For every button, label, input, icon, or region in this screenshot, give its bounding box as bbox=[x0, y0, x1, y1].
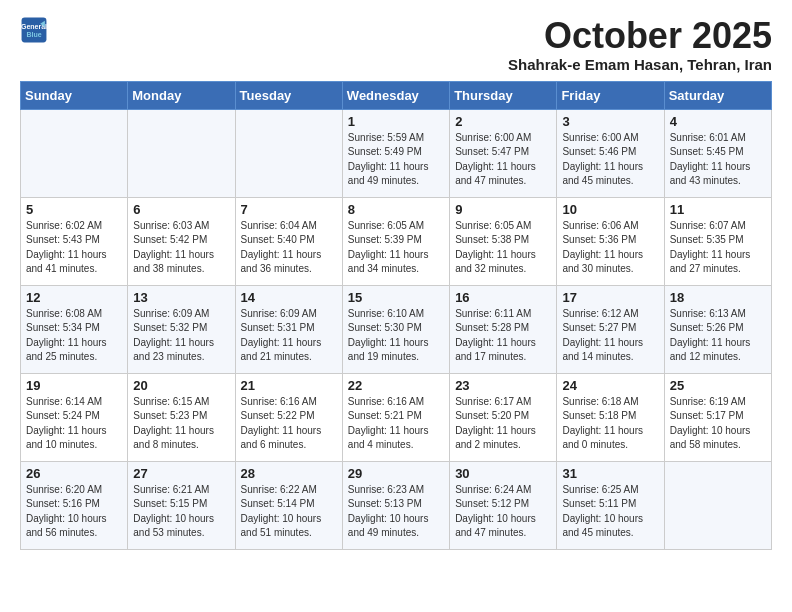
calendar-cell: 30Sunrise: 6:24 AM Sunset: 5:12 PM Dayli… bbox=[450, 461, 557, 549]
day-info: Sunrise: 6:19 AM Sunset: 5:17 PM Dayligh… bbox=[670, 395, 766, 453]
day-info: Sunrise: 6:24 AM Sunset: 5:12 PM Dayligh… bbox=[455, 483, 551, 541]
day-number: 20 bbox=[133, 378, 229, 393]
calendar-cell: 13Sunrise: 6:09 AM Sunset: 5:32 PM Dayli… bbox=[128, 285, 235, 373]
day-info: Sunrise: 6:05 AM Sunset: 5:38 PM Dayligh… bbox=[455, 219, 551, 277]
day-number: 1 bbox=[348, 114, 444, 129]
week-row-5: 26Sunrise: 6:20 AM Sunset: 5:16 PM Dayli… bbox=[21, 461, 772, 549]
svg-text:Blue: Blue bbox=[26, 31, 41, 38]
day-number: 4 bbox=[670, 114, 766, 129]
weekday-header-monday: Monday bbox=[128, 81, 235, 109]
calendar-cell: 28Sunrise: 6:22 AM Sunset: 5:14 PM Dayli… bbox=[235, 461, 342, 549]
day-number: 16 bbox=[455, 290, 551, 305]
day-info: Sunrise: 6:20 AM Sunset: 5:16 PM Dayligh… bbox=[26, 483, 122, 541]
day-number: 22 bbox=[348, 378, 444, 393]
day-number: 25 bbox=[670, 378, 766, 393]
week-row-4: 19Sunrise: 6:14 AM Sunset: 5:24 PM Dayli… bbox=[21, 373, 772, 461]
day-info: Sunrise: 6:18 AM Sunset: 5:18 PM Dayligh… bbox=[562, 395, 658, 453]
calendar-cell: 22Sunrise: 6:16 AM Sunset: 5:21 PM Dayli… bbox=[342, 373, 449, 461]
day-info: Sunrise: 6:07 AM Sunset: 5:35 PM Dayligh… bbox=[670, 219, 766, 277]
day-number: 15 bbox=[348, 290, 444, 305]
day-info: Sunrise: 6:12 AM Sunset: 5:27 PM Dayligh… bbox=[562, 307, 658, 365]
day-info: Sunrise: 6:11 AM Sunset: 5:28 PM Dayligh… bbox=[455, 307, 551, 365]
day-number: 14 bbox=[241, 290, 337, 305]
title-block: October 2025 Shahrak-e Emam Hasan, Tehra… bbox=[508, 16, 772, 73]
day-number: 19 bbox=[26, 378, 122, 393]
day-info: Sunrise: 6:09 AM Sunset: 5:31 PM Dayligh… bbox=[241, 307, 337, 365]
day-info: Sunrise: 6:01 AM Sunset: 5:45 PM Dayligh… bbox=[670, 131, 766, 189]
day-number: 9 bbox=[455, 202, 551, 217]
day-number: 24 bbox=[562, 378, 658, 393]
day-number: 13 bbox=[133, 290, 229, 305]
calendar-cell: 7Sunrise: 6:04 AM Sunset: 5:40 PM Daylig… bbox=[235, 197, 342, 285]
day-info: Sunrise: 6:04 AM Sunset: 5:40 PM Dayligh… bbox=[241, 219, 337, 277]
day-number: 12 bbox=[26, 290, 122, 305]
calendar-cell: 31Sunrise: 6:25 AM Sunset: 5:11 PM Dayli… bbox=[557, 461, 664, 549]
calendar-cell: 5Sunrise: 6:02 AM Sunset: 5:43 PM Daylig… bbox=[21, 197, 128, 285]
calendar-cell: 26Sunrise: 6:20 AM Sunset: 5:16 PM Dayli… bbox=[21, 461, 128, 549]
weekday-header-thursday: Thursday bbox=[450, 81, 557, 109]
day-number: 31 bbox=[562, 466, 658, 481]
day-info: Sunrise: 6:17 AM Sunset: 5:20 PM Dayligh… bbox=[455, 395, 551, 453]
day-number: 29 bbox=[348, 466, 444, 481]
day-info: Sunrise: 6:16 AM Sunset: 5:21 PM Dayligh… bbox=[348, 395, 444, 453]
location: Shahrak-e Emam Hasan, Tehran, Iran bbox=[508, 56, 772, 73]
calendar-cell: 14Sunrise: 6:09 AM Sunset: 5:31 PM Dayli… bbox=[235, 285, 342, 373]
calendar-cell bbox=[235, 109, 342, 197]
weekday-header-tuesday: Tuesday bbox=[235, 81, 342, 109]
calendar-cell: 15Sunrise: 6:10 AM Sunset: 5:30 PM Dayli… bbox=[342, 285, 449, 373]
week-row-1: 1Sunrise: 5:59 AM Sunset: 5:49 PM Daylig… bbox=[21, 109, 772, 197]
calendar-cell: 4Sunrise: 6:01 AM Sunset: 5:45 PM Daylig… bbox=[664, 109, 771, 197]
day-number: 18 bbox=[670, 290, 766, 305]
day-number: 23 bbox=[455, 378, 551, 393]
calendar-cell: 25Sunrise: 6:19 AM Sunset: 5:17 PM Dayli… bbox=[664, 373, 771, 461]
calendar-cell: 18Sunrise: 6:13 AM Sunset: 5:26 PM Dayli… bbox=[664, 285, 771, 373]
calendar-cell: 2Sunrise: 6:00 AM Sunset: 5:47 PM Daylig… bbox=[450, 109, 557, 197]
week-row-3: 12Sunrise: 6:08 AM Sunset: 5:34 PM Dayli… bbox=[21, 285, 772, 373]
week-row-2: 5Sunrise: 6:02 AM Sunset: 5:43 PM Daylig… bbox=[21, 197, 772, 285]
day-info: Sunrise: 6:21 AM Sunset: 5:15 PM Dayligh… bbox=[133, 483, 229, 541]
calendar-cell bbox=[664, 461, 771, 549]
day-number: 6 bbox=[133, 202, 229, 217]
calendar-cell: 11Sunrise: 6:07 AM Sunset: 5:35 PM Dayli… bbox=[664, 197, 771, 285]
weekday-header-saturday: Saturday bbox=[664, 81, 771, 109]
calendar-cell: 1Sunrise: 5:59 AM Sunset: 5:49 PM Daylig… bbox=[342, 109, 449, 197]
calendar-table: SundayMondayTuesdayWednesdayThursdayFrid… bbox=[20, 81, 772, 550]
day-info: Sunrise: 6:05 AM Sunset: 5:39 PM Dayligh… bbox=[348, 219, 444, 277]
calendar-cell bbox=[21, 109, 128, 197]
day-info: Sunrise: 6:02 AM Sunset: 5:43 PM Dayligh… bbox=[26, 219, 122, 277]
calendar-cell: 29Sunrise: 6:23 AM Sunset: 5:13 PM Dayli… bbox=[342, 461, 449, 549]
calendar-cell: 20Sunrise: 6:15 AM Sunset: 5:23 PM Dayli… bbox=[128, 373, 235, 461]
day-number: 10 bbox=[562, 202, 658, 217]
day-number: 26 bbox=[26, 466, 122, 481]
day-info: Sunrise: 6:14 AM Sunset: 5:24 PM Dayligh… bbox=[26, 395, 122, 453]
day-number: 5 bbox=[26, 202, 122, 217]
day-info: Sunrise: 6:13 AM Sunset: 5:26 PM Dayligh… bbox=[670, 307, 766, 365]
weekday-header-sunday: Sunday bbox=[21, 81, 128, 109]
weekday-header-wednesday: Wednesday bbox=[342, 81, 449, 109]
calendar-cell: 27Sunrise: 6:21 AM Sunset: 5:15 PM Dayli… bbox=[128, 461, 235, 549]
day-info: Sunrise: 6:03 AM Sunset: 5:42 PM Dayligh… bbox=[133, 219, 229, 277]
calendar-cell bbox=[128, 109, 235, 197]
day-number: 8 bbox=[348, 202, 444, 217]
calendar-cell: 16Sunrise: 6:11 AM Sunset: 5:28 PM Dayli… bbox=[450, 285, 557, 373]
day-number: 11 bbox=[670, 202, 766, 217]
calendar-cell: 17Sunrise: 6:12 AM Sunset: 5:27 PM Dayli… bbox=[557, 285, 664, 373]
day-info: Sunrise: 6:00 AM Sunset: 5:46 PM Dayligh… bbox=[562, 131, 658, 189]
calendar-cell: 6Sunrise: 6:03 AM Sunset: 5:42 PM Daylig… bbox=[128, 197, 235, 285]
day-info: Sunrise: 6:16 AM Sunset: 5:22 PM Dayligh… bbox=[241, 395, 337, 453]
day-info: Sunrise: 6:15 AM Sunset: 5:23 PM Dayligh… bbox=[133, 395, 229, 453]
calendar-cell: 12Sunrise: 6:08 AM Sunset: 5:34 PM Dayli… bbox=[21, 285, 128, 373]
day-number: 28 bbox=[241, 466, 337, 481]
calendar-cell: 10Sunrise: 6:06 AM Sunset: 5:36 PM Dayli… bbox=[557, 197, 664, 285]
day-number: 27 bbox=[133, 466, 229, 481]
day-info: Sunrise: 6:09 AM Sunset: 5:32 PM Dayligh… bbox=[133, 307, 229, 365]
weekday-header-row: SundayMondayTuesdayWednesdayThursdayFrid… bbox=[21, 81, 772, 109]
day-info: Sunrise: 5:59 AM Sunset: 5:49 PM Dayligh… bbox=[348, 131, 444, 189]
day-number: 2 bbox=[455, 114, 551, 129]
calendar-cell: 3Sunrise: 6:00 AM Sunset: 5:46 PM Daylig… bbox=[557, 109, 664, 197]
day-info: Sunrise: 6:23 AM Sunset: 5:13 PM Dayligh… bbox=[348, 483, 444, 541]
calendar-cell: 19Sunrise: 6:14 AM Sunset: 5:24 PM Dayli… bbox=[21, 373, 128, 461]
month-title: October 2025 bbox=[508, 16, 772, 56]
day-info: Sunrise: 6:06 AM Sunset: 5:36 PM Dayligh… bbox=[562, 219, 658, 277]
calendar-cell: 24Sunrise: 6:18 AM Sunset: 5:18 PM Dayli… bbox=[557, 373, 664, 461]
